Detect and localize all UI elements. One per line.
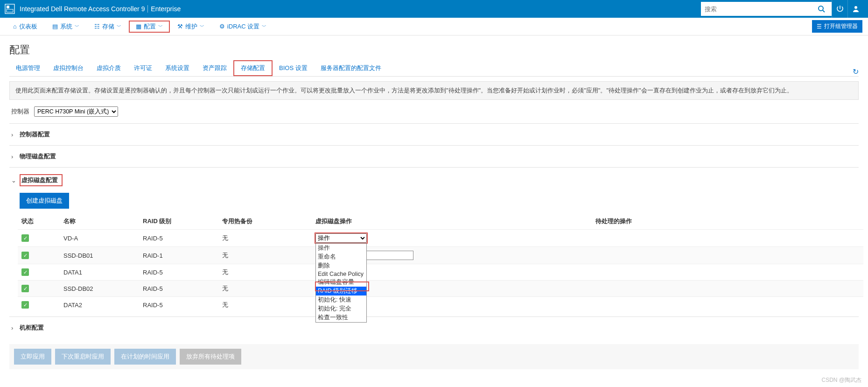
- dd-item-raid-migrate[interactable]: RAID 级别迁移: [316, 287, 366, 296]
- home-icon: ⌂: [13, 23, 17, 30]
- dd-item-init-full[interactable]: 初始化: 完全: [316, 304, 366, 313]
- nav-maintain[interactable]: ⚒维护﹀: [170, 18, 212, 35]
- status-ok-icon: ✓: [21, 285, 29, 292]
- tab-bios[interactable]: BIOS 设置: [273, 60, 314, 76]
- table-row: ✓ DATA2 RAID-5 无: [18, 296, 863, 313]
- dd-item-init-fast[interactable]: 初始化: 快速: [316, 296, 366, 304]
- vd-spare: 无: [222, 284, 315, 293]
- group-icon: ☰: [817, 23, 822, 30]
- op-dropdown: 操作 重命名 删除 Edit Cache Policy 编辑磁盘容量 RAID …: [315, 243, 367, 323]
- table-row: ✓ SSD-DB02 RAID-5 无: [18, 280, 863, 296]
- dd-item-edit-cache[interactable]: Edit Cache Policy: [316, 270, 366, 278]
- tab-vconsole[interactable]: 虚拟控制台: [47, 60, 90, 76]
- section-header-controller[interactable]: › 控制器配置: [11, 127, 857, 141]
- section-virt-disk: ⌄ 虚拟磁盘配置 创建虚拟磁盘 状态 名称 RAID 级别 专用热备份 虚拟磁盘…: [9, 167, 859, 317]
- nav-system[interactable]: ▤系统﹀: [45, 18, 87, 35]
- chevron-down-icon: ﹀: [200, 23, 204, 30]
- dd-item-check[interactable]: 检查一致性: [316, 313, 366, 322]
- section-enclosure: › 机柜配置: [9, 317, 859, 338]
- apply-now-button[interactable]: 立即应用: [14, 349, 51, 365]
- vd-name: SSD-DB02: [63, 285, 143, 292]
- dd-item-delete[interactable]: 删除: [316, 261, 366, 270]
- vd-raid: RAID-5: [143, 285, 222, 292]
- svg-point-5: [854, 6, 857, 9]
- discard-button[interactable]: 放弃所有待处理项: [180, 349, 241, 365]
- power-icon[interactable]: [832, 0, 847, 18]
- tab-power[interactable]: 电源管理: [9, 60, 47, 76]
- tabs: 电源管理 虚拟控制台 虚拟介质 许可证 系统设置 资产跟踪 存储配置 BIOS …: [9, 61, 859, 77]
- maintain-icon: ⚒: [177, 23, 183, 30]
- apply-reboot-button[interactable]: 下次重启时应用: [55, 349, 111, 365]
- vd-name: VD-A: [63, 235, 143, 242]
- content: 配置 电源管理 虚拟控制台 虚拟介质 许可证 系统设置 资产跟踪 存储配置 BI…: [0, 35, 868, 379]
- app-edition: Enterprise: [147, 5, 181, 13]
- col-pending: 待处理的操作: [595, 217, 731, 225]
- gear-icon: ⚙: [219, 23, 225, 30]
- user-icon[interactable]: [847, 0, 863, 18]
- vd-raid: RAID-1: [143, 252, 222, 259]
- vd-op-select[interactable]: 操作: [315, 233, 367, 243]
- col-op: 虚拟磁盘操作: [315, 217, 595, 225]
- dd-item-edit-cap[interactable]: 编辑磁盘容量: [316, 278, 366, 287]
- search-input[interactable]: [701, 2, 818, 16]
- tab-asset[interactable]: 资产跟踪: [196, 60, 233, 76]
- vd-table: 状态 名称 RAID 级别 专用热备份 虚拟磁盘操作 待处理的操作 ✓ VD-A…: [18, 213, 863, 313]
- section-phys-disk: › 物理磁盘配置: [9, 145, 859, 167]
- apply-sched-button[interactable]: 在计划的时间应用: [114, 349, 176, 365]
- info-box: 使用此页面来配置存储设置。存储设置是逐控制器确认的，并且每个控制器一次只能计划或…: [9, 81, 859, 100]
- vd-raid: RAID-5: [143, 302, 222, 309]
- section-header-enclosure[interactable]: › 机柜配置: [11, 321, 857, 335]
- chevron-right-icon: ›: [11, 324, 20, 331]
- tab-sys[interactable]: 系统设置: [159, 60, 196, 76]
- refresh-icon[interactable]: ↻: [853, 67, 859, 76]
- svg-rect-2: [7, 9, 13, 12]
- chevron-right-icon: ›: [11, 153, 20, 160]
- section-title: 虚拟磁盘配置: [21, 176, 58, 183]
- status-ok-icon: ✓: [21, 234, 29, 242]
- controller-label: 控制器: [11, 107, 29, 116]
- top-bar: Integrated Dell Remote Access Controller…: [0, 0, 868, 18]
- status-ok-icon: ✓: [21, 301, 29, 309]
- tab-profile[interactable]: 服务器配置的配置文件: [314, 60, 388, 76]
- section-controller-cfg: › 控制器配置: [9, 123, 859, 145]
- col-raid: RAID 级别: [143, 217, 222, 225]
- chevron-down-icon: ﹀: [117, 23, 121, 30]
- nav-dashboard[interactable]: ⌂仪表板: [6, 18, 45, 35]
- col-status: 状态: [21, 217, 63, 225]
- op-select-wrap: 操作 操作 重命名 删除 Edit Cache Policy 编辑磁盘容量 RA…: [315, 233, 367, 243]
- chevron-right-icon: ›: [11, 131, 20, 138]
- dd-item-rename[interactable]: 重命名: [316, 253, 366, 261]
- controller-selector-row: 控制器 PERC H730P Mini (嵌入式): [11, 106, 857, 117]
- dd-item-op[interactable]: 操作: [316, 244, 366, 253]
- search-button[interactable]: [818, 5, 832, 13]
- chevron-down-icon: ﹀: [262, 23, 266, 30]
- vd-name: DATA1: [63, 269, 143, 276]
- section-header-virt[interactable]: ⌄ 虚拟磁盘配置: [11, 171, 857, 189]
- open-group-manager-button[interactable]: ☰打开组管理器: [812, 20, 862, 33]
- nav-idrac[interactable]: ⚙iDRAC 设置﹀: [212, 18, 274, 35]
- nav-bar: ⌂仪表板 ▤系统﹀ ☷存储﹀ ▦配置﹀ ⚒维护﹀ ⚙iDRAC 设置﹀ ☰打开组…: [0, 18, 868, 35]
- tab-storage[interactable]: 存储配置: [233, 60, 273, 76]
- controller-select[interactable]: PERC H730P Mini (嵌入式): [34, 106, 118, 117]
- status-ok-icon: ✓: [21, 268, 29, 276]
- vd-spare: 无: [222, 301, 315, 309]
- vd-raid: RAID-5: [143, 269, 222, 276]
- tab-license[interactable]: 许可证: [127, 60, 159, 76]
- nav-storage[interactable]: ☷存储﹀: [87, 18, 129, 35]
- section-title: 机柜配置: [20, 324, 44, 332]
- tab-vmedia[interactable]: 虚拟介质: [90, 60, 127, 76]
- chevron-down-icon: ﹀: [75, 23, 79, 30]
- svg-rect-1: [7, 6, 9, 8]
- table-header: 状态 名称 RAID 级别 专用热备份 虚拟磁盘操作 待处理的操作: [18, 213, 863, 229]
- vd-spare: 无: [222, 234, 315, 242]
- section-header-phys[interactable]: › 物理磁盘配置: [11, 149, 857, 163]
- nav-configure[interactable]: ▦配置﹀: [131, 22, 168, 31]
- chevron-down-icon: ﹀: [158, 23, 163, 30]
- chevron-down-icon: ⌄: [11, 177, 20, 184]
- vd-name: SSD-DB01: [63, 252, 143, 259]
- server-icon: ▤: [52, 23, 58, 30]
- page-title: 配置: [9, 43, 859, 57]
- table-row: ✓ DATA1 RAID-5 无: [18, 264, 863, 280]
- col-spare: 专用热备份: [222, 217, 315, 225]
- create-vd-button[interactable]: 创建虚拟磁盘: [20, 193, 69, 209]
